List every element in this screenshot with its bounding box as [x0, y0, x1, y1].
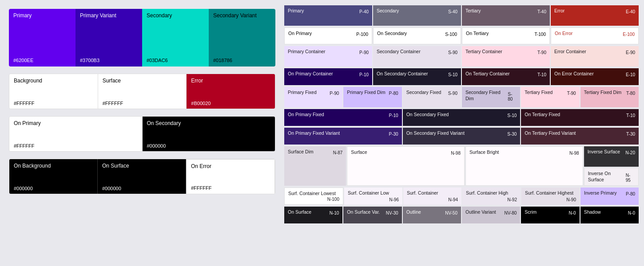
cell-surface-dim: Surface Dim N-87 [284, 146, 346, 186]
cell-shadow: Shadow N-0 [580, 207, 639, 223]
swatch-row-3: On Primary #FFFFFF On Secondary #000000 [9, 116, 275, 152]
swatch-error: Error #B00020 [187, 74, 275, 109]
swatch-on-surface: On Surface #000000 [98, 159, 186, 194]
grid-row-5: Primary Fixed P-90 Primary Fixed Dim P-8… [284, 87, 639, 107]
cell-on-error: On Error E-100 [551, 27, 639, 44]
cell-tertiary-fixed: Tertiary Fixed T-90 [521, 87, 579, 107]
cell-on-error-container: On Error Container E-10 [551, 68, 639, 85]
cell-outline: Outline NV-50 [403, 207, 461, 223]
swatch-secondary-variant: Secondary Variant #018786 [209, 9, 275, 66]
cell-on-surface: On Surface N-10 [284, 207, 342, 223]
grid-row-1: Primary P-40 Secondary S-40 Tertiary T-4… [284, 5, 639, 26]
swatch-primary-variant: Primary Variant #3700B3 [76, 9, 142, 66]
grid-row-2: On Primary P-100 On Secondary S-100 On T… [284, 27, 639, 44]
cell-primary: Primary P-40 [284, 5, 372, 26]
cell-on-primary-fixed: On Primary Fixed P-10 [284, 109, 402, 126]
cell-secondary-container: Secondary Container S-90 [373, 46, 461, 66]
cell-surf-container-low: Surf. Container Low N-96 [344, 188, 402, 205]
grid-row-10: On Surface N-10 On Surface Var. NV-30 Ou… [284, 207, 639, 223]
cell-surf-container-highest: Surf. Container Highest N-90 [521, 188, 580, 205]
right-panel: Primary P-40 Secondary S-40 Tertiary T-4… [284, 0, 644, 266]
cell-on-surface-var: On Surface Var. NV-30 [343, 207, 402, 223]
cell-surf-container: Surf. Container N-94 [403, 188, 461, 205]
cell-surf-container-high: Surf. Container High N-92 [462, 188, 521, 205]
cell-on-secondary-container: On Secondary Container S-10 [373, 68, 461, 85]
grid-row-8: Surface Dim N-87 Surface N-98 Surface Br… [284, 146, 639, 186]
swatch-surface: Surface #FFFFFF [98, 74, 187, 109]
cell-on-tertiary-fixed: On Tertiary Fixed T-10 [521, 109, 639, 126]
cell-tertiary-container: Tertiary Container T-90 [462, 46, 550, 66]
swatch-on-background: On Background #000000 [9, 159, 98, 194]
grid-row-3: Primary Container P-90 Secondary Contain… [284, 46, 639, 66]
cell-on-primary-container: On Primary Container P-10 [284, 68, 372, 85]
cell-error: Error E-40 [551, 5, 639, 26]
cell-tertiary: Tertiary T-40 [462, 5, 550, 26]
cell-inverse-on-surface: Inverse On Surface N-95 [584, 168, 639, 186]
swatch-row-2: Background #FFFFFF Surface #FFFFFF Error… [9, 74, 275, 109]
grid-row-7: On Primary Fixed Variant P-30 On Seconda… [284, 128, 639, 145]
cell-error-container: Error Container E-90 [551, 46, 639, 66]
grid-row-6: On Primary Fixed P-10 On Secondary Fixed… [284, 109, 639, 126]
cell-primary-fixed-dim: Primary Fixed Dim P-80 [343, 87, 402, 107]
cell-scrim: Scrim N-0 [521, 207, 579, 223]
cell-surf-container-lowest: Surf. Container Lowest N-100 [284, 188, 343, 205]
swatch-on-secondary: On Secondary #000000 [143, 117, 275, 152]
cell-surface-bright: Surface Bright N-98 [465, 146, 583, 186]
cell-inverse-primary: Inverse Primary P-80 [580, 188, 639, 205]
cell-primary-container: Primary Container P-90 [284, 46, 372, 66]
left-panel: Primary #6200EE Primary Variant #3700B3 … [0, 0, 284, 266]
swatch-secondary: Secondary #03DAC6 [142, 9, 209, 66]
cell-inverse-surface: Inverse Surface N-20 [584, 146, 639, 167]
swatch-row-4: On Background #000000 On Surface #000000… [9, 159, 275, 194]
cell-on-primary-fixed-variant: On Primary Fixed Variant P-30 [284, 128, 402, 145]
swatch-on-error: On Error #FFFFFF [186, 159, 275, 194]
cell-outline-variant: Outline Variant NV-80 [462, 207, 520, 223]
cell-secondary-fixed: Secondary Fixed S-90 [403, 87, 461, 107]
cell-on-secondary-fixed: On Secondary Fixed S-10 [403, 109, 521, 126]
cell-on-primary: On Primary P-100 [284, 27, 372, 44]
cell-surface: Surface N-98 [347, 146, 465, 186]
grid-row-4: On Primary Container P-10 On Secondary C… [284, 68, 639, 85]
swatch-row-1: Primary #6200EE Primary Variant #3700B3 … [9, 9, 275, 66]
cell-secondary-fixed-dim: Secondary Fixed Dim S-80 [462, 87, 520, 107]
swatch-background: Background #FFFFFF [9, 74, 98, 109]
cell-on-tertiary: On Tertiary T-100 [462, 27, 550, 44]
cell-on-secondary-fixed-variant: On Secondary Fixed Variant S-30 [403, 128, 521, 145]
cell-primary-fixed: Primary Fixed P-90 [284, 87, 342, 107]
cell-on-secondary: On Secondary S-100 [373, 27, 461, 44]
cell-on-tertiary-container: On Tertiary Container T-10 [462, 68, 550, 85]
cell-tertiary-fixed-dim: Tertiary Fixed Dim T-80 [580, 87, 639, 107]
swatch-on-primary: On Primary #FFFFFF [9, 117, 143, 152]
cell-on-tertiary-fixed-variant: On Tertiary Fixed Variant T-30 [521, 128, 639, 145]
cell-secondary: Secondary S-40 [373, 5, 461, 26]
grid-row-9: Surf. Container Lowest N-100 Surf. Conta… [284, 188, 639, 205]
swatch-primary: Primary #6200EE [9, 9, 76, 66]
